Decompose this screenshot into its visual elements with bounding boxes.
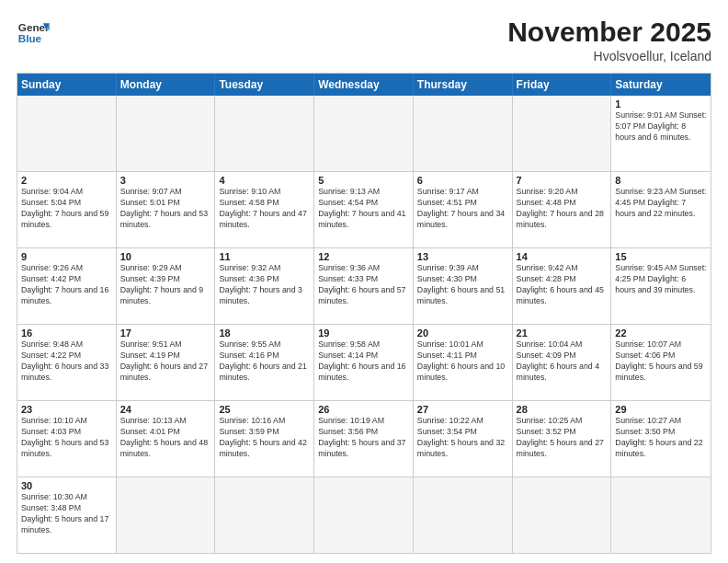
day-cell-29: 29Sunrise: 10:27 AM Sunset: 3:50 PM Dayl… — [611, 401, 711, 477]
day-cell-30: 30Sunrise: 10:30 AM Sunset: 3:48 PM Dayl… — [17, 477, 117, 553]
title-block: November 2025 Hvolsvoellur, Iceland — [507, 17, 711, 63]
day-cell-28: 28Sunrise: 10:25 AM Sunset: 3:52 PM Dayl… — [513, 401, 612, 477]
day-cell-18: 18Sunrise: 9:55 AM Sunset: 4:16 PM Dayli… — [215, 325, 314, 400]
day-info: Sunrise: 9:36 AM Sunset: 4:33 PM Dayligh… — [318, 263, 409, 307]
weekday-header-monday: Monday — [117, 74, 216, 96]
day-number: 9 — [21, 251, 112, 262]
day-info: Sunrise: 9:01 AM Sunset: 5:07 PM Dayligh… — [615, 110, 707, 144]
day-cell-15: 15Sunrise: 9:45 AM Sunset: 4:25 PM Dayli… — [611, 248, 711, 324]
day-cell-22: 22Sunrise: 10:07 AM Sunset: 4:06 PM Dayl… — [611, 325, 711, 400]
day-cell-14: 14Sunrise: 9:42 AM Sunset: 4:28 PM Dayli… — [513, 248, 612, 324]
empty-cell — [215, 96, 314, 171]
day-info: Sunrise: 9:45 AM Sunset: 4:25 PM Dayligh… — [615, 263, 707, 296]
day-number: 27 — [417, 404, 508, 415]
day-info: Sunrise: 9:48 AM Sunset: 4:22 PM Dayligh… — [21, 339, 112, 384]
day-number: 16 — [21, 327, 112, 339]
day-number: 14 — [517, 251, 608, 262]
day-number: 22 — [615, 327, 707, 339]
day-cell-8: 8Sunrise: 9:23 AM Sunset: 4:45 PM Daylig… — [611, 172, 711, 247]
day-info: Sunrise: 10:04 AM Sunset: 4:09 PM Daylig… — [517, 339, 608, 384]
weekday-header-friday: Friday — [513, 74, 612, 96]
day-info: Sunrise: 10:19 AM Sunset: 3:56 PM Daylig… — [318, 416, 409, 460]
day-info: Sunrise: 9:55 AM Sunset: 4:16 PM Dayligh… — [219, 339, 310, 384]
day-cell-2: 2Sunrise: 9:04 AM Sunset: 5:04 PM Daylig… — [17, 172, 117, 247]
calendar-row-4: 23Sunrise: 10:10 AM Sunset: 4:03 PM Dayl… — [17, 401, 711, 477]
calendar: SundayMondayTuesdayWednesdayThursdayFrid… — [17, 73, 711, 554]
day-info: Sunrise: 9:17 AM Sunset: 4:51 PM Dayligh… — [417, 187, 508, 231]
calendar-row-5: 30Sunrise: 10:30 AM Sunset: 3:48 PM Dayl… — [17, 477, 711, 553]
logo-icon: General Blue — [17, 17, 50, 50]
day-info: Sunrise: 10:30 AM Sunset: 3:48 PM Daylig… — [21, 492, 112, 536]
day-cell-27: 27Sunrise: 10:22 AM Sunset: 3:54 PM Dayl… — [414, 401, 513, 477]
day-number: 5 — [318, 175, 409, 186]
page: General Blue November 2025 Hvolsvoellur,… — [0, 0, 728, 563]
day-info: Sunrise: 9:51 AM Sunset: 4:19 PM Dayligh… — [120, 339, 211, 384]
day-cell-13: 13Sunrise: 9:39 AM Sunset: 4:30 PM Dayli… — [414, 248, 513, 324]
day-info: Sunrise: 9:39 AM Sunset: 4:30 PM Dayligh… — [417, 263, 508, 307]
calendar-row-1: 2Sunrise: 9:04 AM Sunset: 5:04 PM Daylig… — [17, 172, 711, 248]
day-cell-12: 12Sunrise: 9:36 AM Sunset: 4:33 PM Dayli… — [314, 248, 414, 324]
calendar-header-row: SundayMondayTuesdayWednesdayThursdayFrid… — [17, 74, 711, 96]
day-number: 7 — [517, 175, 608, 186]
day-number: 13 — [417, 251, 508, 262]
day-cell-24: 24Sunrise: 10:13 AM Sunset: 4:01 PM Dayl… — [117, 401, 216, 477]
day-number: 15 — [615, 251, 707, 262]
day-cell-20: 20Sunrise: 10:01 AM Sunset: 4:11 PM Dayl… — [414, 325, 513, 400]
day-cell-11: 11Sunrise: 9:32 AM Sunset: 4:36 PM Dayli… — [215, 248, 314, 324]
header: General Blue November 2025 Hvolsvoellur,… — [17, 17, 711, 63]
weekday-header-sunday: Sunday — [17, 74, 117, 96]
empty-cell — [117, 96, 216, 171]
day-cell-17: 17Sunrise: 9:51 AM Sunset: 4:19 PM Dayli… — [117, 325, 216, 400]
svg-text:Blue: Blue — [18, 32, 42, 44]
empty-cell — [314, 477, 414, 553]
day-cell-23: 23Sunrise: 10:10 AM Sunset: 4:03 PM Dayl… — [17, 401, 117, 477]
day-info: Sunrise: 10:25 AM Sunset: 3:52 PM Daylig… — [517, 416, 608, 460]
day-cell-3: 3Sunrise: 9:07 AM Sunset: 5:01 PM Daylig… — [117, 172, 216, 247]
day-cell-9: 9Sunrise: 9:26 AM Sunset: 4:42 PM Daylig… — [17, 248, 117, 324]
day-number: 21 — [517, 327, 608, 339]
day-info: Sunrise: 10:22 AM Sunset: 3:54 PM Daylig… — [417, 416, 508, 460]
day-cell-25: 25Sunrise: 10:16 AM Sunset: 3:59 PM Dayl… — [215, 401, 314, 477]
day-cell-4: 4Sunrise: 9:10 AM Sunset: 4:58 PM Daylig… — [215, 172, 314, 247]
day-info: Sunrise: 10:01 AM Sunset: 4:11 PM Daylig… — [417, 339, 508, 384]
empty-cell — [215, 477, 314, 553]
calendar-row-2: 9Sunrise: 9:26 AM Sunset: 4:42 PM Daylig… — [17, 248, 711, 325]
day-info: Sunrise: 10:07 AM Sunset: 4:06 PM Daylig… — [615, 339, 707, 384]
day-number: 4 — [219, 175, 310, 186]
day-number: 30 — [21, 480, 112, 491]
day-info: Sunrise: 9:26 AM Sunset: 4:42 PM Dayligh… — [21, 263, 112, 307]
day-info: Sunrise: 9:20 AM Sunset: 4:48 PM Dayligh… — [517, 187, 608, 231]
day-number: 2 — [21, 175, 112, 186]
day-number: 11 — [219, 251, 310, 262]
day-number: 18 — [219, 327, 310, 339]
day-number: 20 — [417, 327, 508, 339]
weekday-header-saturday: Saturday — [611, 74, 711, 96]
day-number: 26 — [318, 404, 409, 415]
weekday-header-wednesday: Wednesday — [314, 74, 414, 96]
day-number: 29 — [615, 404, 707, 415]
day-number: 19 — [318, 327, 409, 339]
day-info: Sunrise: 9:23 AM Sunset: 4:45 PM Dayligh… — [615, 187, 707, 220]
day-number: 17 — [120, 327, 211, 339]
day-info: Sunrise: 9:58 AM Sunset: 4:14 PM Dayligh… — [318, 339, 409, 384]
day-cell-16: 16Sunrise: 9:48 AM Sunset: 4:22 PM Dayli… — [17, 325, 117, 400]
day-number: 6 — [417, 175, 508, 186]
empty-cell — [17, 96, 117, 171]
day-number: 8 — [615, 175, 707, 186]
day-info: Sunrise: 10:16 AM Sunset: 3:59 PM Daylig… — [219, 416, 310, 460]
day-info: Sunrise: 10:27 AM Sunset: 3:50 PM Daylig… — [615, 416, 707, 460]
day-cell-1: 1Sunrise: 9:01 AM Sunset: 5:07 PM Daylig… — [611, 96, 711, 171]
day-number: 1 — [615, 98, 707, 109]
day-info: Sunrise: 9:42 AM Sunset: 4:28 PM Dayligh… — [517, 263, 608, 307]
day-info: Sunrise: 10:10 AM Sunset: 4:03 PM Daylig… — [21, 416, 112, 460]
month-title: November 2025 — [507, 17, 711, 47]
empty-cell — [414, 477, 513, 553]
day-number: 23 — [21, 404, 112, 415]
day-number: 10 — [120, 251, 211, 262]
calendar-row-3: 16Sunrise: 9:48 AM Sunset: 4:22 PM Dayli… — [17, 325, 711, 401]
day-info: Sunrise: 9:29 AM Sunset: 4:39 PM Dayligh… — [120, 263, 211, 307]
day-cell-7: 7Sunrise: 9:20 AM Sunset: 4:48 PM Daylig… — [513, 172, 612, 247]
weekday-header-thursday: Thursday — [414, 74, 513, 96]
day-cell-19: 19Sunrise: 9:58 AM Sunset: 4:14 PM Dayli… — [314, 325, 414, 400]
day-number: 25 — [219, 404, 310, 415]
